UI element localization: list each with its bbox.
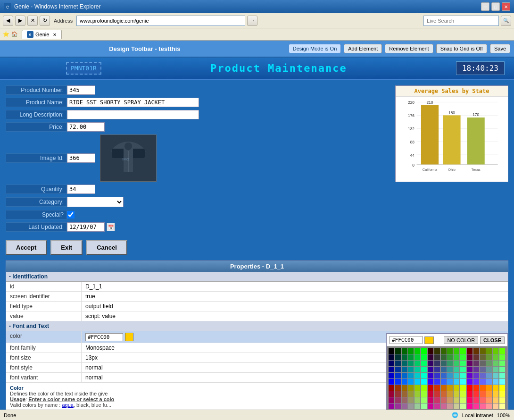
- color-cell[interactable]: [499, 367, 505, 372]
- color-cell[interactable]: [441, 379, 447, 385]
- minimize-button[interactable]: ─: [481, 2, 489, 11]
- color-cell[interactable]: [421, 391, 427, 397]
- color-cell[interactable]: [447, 403, 453, 409]
- color-cell[interactable]: [493, 373, 498, 378]
- color-cell[interactable]: [402, 403, 407, 409]
- color-cell[interactable]: [460, 348, 466, 354]
- color-cell[interactable]: [428, 379, 433, 385]
- color-cell[interactable]: [467, 385, 473, 391]
- color-cell[interactable]: [408, 354, 414, 360]
- color-cell[interactable]: [493, 354, 498, 360]
- color-cell[interactable]: [415, 379, 420, 385]
- color-cell[interactable]: [460, 403, 466, 409]
- color-cell[interactable]: [389, 361, 394, 366]
- color-cell[interactable]: [460, 367, 466, 372]
- color-cell[interactable]: [395, 373, 401, 378]
- address-input[interactable]: [76, 16, 245, 26]
- product-number-input[interactable]: [67, 85, 95, 95]
- color-cell[interactable]: [421, 403, 427, 409]
- color-cell[interactable]: [499, 379, 505, 385]
- color-cell[interactable]: [447, 348, 453, 354]
- long-description-input[interactable]: [67, 110, 199, 119]
- color-cell[interactable]: [447, 373, 453, 378]
- color-cell[interactable]: [395, 348, 401, 354]
- color-cell[interactable]: [467, 361, 473, 366]
- color-cell[interactable]: [473, 367, 479, 372]
- color-cell[interactable]: [447, 367, 453, 372]
- color-cell[interactable]: [415, 385, 420, 391]
- color-cell[interactable]: [421, 348, 427, 354]
- color-cell[interactable]: [473, 385, 479, 391]
- color-cell[interactable]: [395, 367, 401, 372]
- color-cell[interactable]: [415, 403, 420, 409]
- search-input[interactable]: [423, 16, 499, 26]
- search-button[interactable]: 🔍: [501, 16, 511, 26]
- color-cell[interactable]: [408, 403, 414, 409]
- snap-to-grid-button[interactable]: Snap to Grid is Off: [436, 44, 487, 53]
- color-cell[interactable]: [408, 367, 414, 372]
- accept-button[interactable]: Accept: [6, 240, 47, 255]
- color-cell[interactable]: [402, 373, 407, 378]
- color-cell[interactable]: [480, 403, 486, 409]
- color-cell[interactable]: [421, 354, 427, 360]
- color-cell[interactable]: [434, 367, 440, 372]
- color-cell[interactable]: [454, 361, 459, 366]
- exit-button[interactable]: Exit: [50, 240, 83, 255]
- color-cell[interactable]: [408, 397, 414, 403]
- color-cell[interactable]: [447, 354, 453, 360]
- color-cell[interactable]: [486, 397, 492, 403]
- color-cell[interactable]: [441, 403, 447, 409]
- color-cell[interactable]: [499, 361, 505, 366]
- refresh-button[interactable]: ↻: [40, 16, 50, 26]
- color-cell[interactable]: [493, 361, 498, 366]
- color-cell[interactable]: [486, 379, 492, 385]
- color-cell[interactable]: [395, 403, 401, 409]
- save-button[interactable]: Save: [490, 44, 510, 53]
- color-cell[interactable]: [408, 373, 414, 378]
- color-cell[interactable]: [428, 385, 433, 391]
- color-cell[interactable]: [486, 403, 492, 409]
- color-cell[interactable]: [447, 397, 453, 403]
- color-cell[interactable]: [441, 361, 447, 366]
- color-cell[interactable]: [434, 354, 440, 360]
- color-cell[interactable]: [434, 385, 440, 391]
- color-cell[interactable]: [447, 361, 453, 366]
- color-cell[interactable]: [428, 403, 433, 409]
- color-cell[interactable]: [493, 391, 498, 397]
- color-cell[interactable]: [467, 391, 473, 397]
- forward-button[interactable]: ▶: [15, 16, 25, 26]
- color-cell[interactable]: [493, 348, 498, 354]
- color-cell[interactable]: [473, 379, 479, 385]
- color-cell[interactable]: [493, 403, 498, 409]
- color-cell[interactable]: [415, 373, 420, 378]
- color-cell[interactable]: [421, 361, 427, 366]
- color-cell[interactable]: [454, 379, 459, 385]
- color-cell[interactable]: [415, 348, 420, 354]
- color-cell[interactable]: [493, 397, 498, 403]
- color-cell[interactable]: [460, 361, 466, 366]
- color-cell[interactable]: [473, 354, 479, 360]
- color-cell[interactable]: [395, 379, 401, 385]
- quantity-input[interactable]: [67, 185, 95, 194]
- color-cell[interactable]: [428, 367, 433, 372]
- color-cell[interactable]: [454, 348, 459, 354]
- color-cell[interactable]: [473, 348, 479, 354]
- close-window-button[interactable]: ✕: [502, 2, 510, 11]
- color-cell[interactable]: [473, 361, 479, 366]
- color-cell[interactable]: [389, 391, 394, 397]
- color-cell[interactable]: [421, 367, 427, 372]
- browser-tab[interactable]: e Genie ✕: [22, 30, 62, 39]
- color-cell[interactable]: [402, 385, 407, 391]
- color-cell[interactable]: [467, 397, 473, 403]
- add-element-button[interactable]: Add Element: [344, 44, 382, 53]
- color-cell[interactable]: [421, 379, 427, 385]
- color-cell[interactable]: [467, 403, 473, 409]
- color-cell[interactable]: [389, 403, 394, 409]
- last-updated-input[interactable]: [67, 222, 105, 232]
- color-cell[interactable]: [428, 361, 433, 366]
- color-cell[interactable]: [434, 373, 440, 378]
- color-cell[interactable]: [499, 397, 505, 403]
- color-cell[interactable]: [480, 397, 486, 403]
- color-cell[interactable]: [434, 361, 440, 366]
- color-cell[interactable]: [441, 397, 447, 403]
